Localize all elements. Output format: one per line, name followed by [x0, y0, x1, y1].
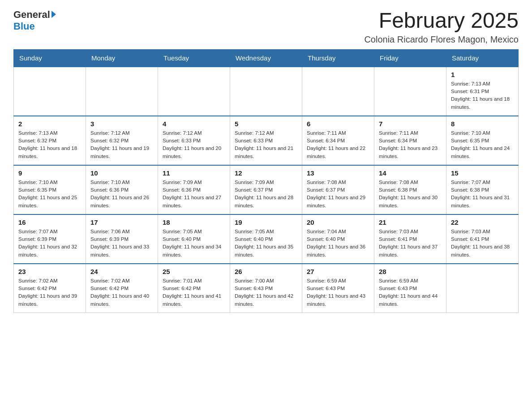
column-header-tuesday: Tuesday — [158, 49, 230, 67]
day-info: Sunrise: 7:11 AMSunset: 6:34 PMDaylight:… — [307, 129, 369, 160]
column-header-wednesday: Wednesday — [230, 49, 302, 67]
day-number: 9 — [18, 169, 81, 177]
calendar-cell — [14, 67, 86, 116]
calendar-header-row: SundayMondayTuesdayWednesdayThursdayFrid… — [14, 49, 519, 67]
logo-blue-text: Blue — [13, 21, 35, 32]
day-info: Sunrise: 7:09 AMSunset: 6:37 PMDaylight:… — [235, 179, 297, 210]
day-info: Sunrise: 7:10 AMSunset: 6:35 PMDaylight:… — [451, 129, 514, 160]
logo-text: General — [13, 9, 56, 21]
calendar-cell: 4Sunrise: 7:12 AMSunset: 6:33 PMDaylight… — [158, 116, 230, 165]
calendar-cell: 7Sunrise: 7:11 AMSunset: 6:34 PMDaylight… — [374, 116, 446, 165]
calendar-cell: 12Sunrise: 7:09 AMSunset: 6:37 PMDayligh… — [230, 165, 302, 214]
day-info: Sunrise: 7:11 AMSunset: 6:34 PMDaylight:… — [379, 129, 442, 160]
day-number: 8 — [451, 120, 514, 128]
day-info: Sunrise: 7:13 AMSunset: 6:32 PMDaylight:… — [18, 129, 81, 160]
calendar-cell: 11Sunrise: 7:09 AMSunset: 6:36 PMDayligh… — [158, 165, 230, 214]
day-number: 11 — [163, 169, 225, 177]
calendar-cell: 2Sunrise: 7:13 AMSunset: 6:32 PMDaylight… — [14, 116, 86, 165]
day-info: Sunrise: 7:07 AMSunset: 6:39 PMDaylight:… — [18, 228, 81, 259]
calendar-subtitle: Colonia Ricardo Flores Magon, Mexico — [364, 34, 519, 45]
day-info: Sunrise: 6:59 AMSunset: 6:43 PMDaylight:… — [379, 277, 442, 308]
day-number: 7 — [379, 120, 442, 128]
column-header-friday: Friday — [374, 49, 446, 67]
day-number: 27 — [307, 268, 369, 275]
day-number: 19 — [235, 218, 297, 226]
calendar-week-row: 23Sunrise: 7:02 AMSunset: 6:42 PMDayligh… — [14, 264, 519, 313]
day-number: 4 — [163, 120, 225, 128]
calendar-cell: 26Sunrise: 7:00 AMSunset: 6:43 PMDayligh… — [230, 264, 302, 313]
calendar-cell: 8Sunrise: 7:10 AMSunset: 6:35 PMDaylight… — [446, 116, 519, 165]
day-info: Sunrise: 7:04 AMSunset: 6:40 PMDaylight:… — [307, 228, 369, 259]
day-info: Sunrise: 7:06 AMSunset: 6:39 PMDaylight:… — [90, 228, 153, 259]
day-number: 5 — [235, 120, 297, 128]
column-header-monday: Monday — [86, 49, 158, 67]
day-info: Sunrise: 7:08 AMSunset: 6:37 PMDaylight:… — [307, 179, 369, 210]
calendar-cell: 17Sunrise: 7:06 AMSunset: 6:39 PMDayligh… — [86, 214, 158, 264]
day-number: 13 — [307, 169, 369, 177]
calendar-week-row: 16Sunrise: 7:07 AMSunset: 6:39 PMDayligh… — [14, 214, 519, 264]
calendar-cell: 1Sunrise: 7:13 AMSunset: 6:31 PMDaylight… — [446, 67, 519, 116]
calendar-cell: 3Sunrise: 7:12 AMSunset: 6:32 PMDaylight… — [86, 116, 158, 165]
day-number: 10 — [90, 169, 153, 177]
day-number: 20 — [307, 218, 369, 226]
page-header: General Blue February 2025 Colonia Ricar… — [13, 9, 519, 45]
day-number: 3 — [90, 120, 153, 128]
title-section: February 2025 Colonia Ricardo Flores Mag… — [364, 9, 519, 45]
day-info: Sunrise: 7:12 AMSunset: 6:32 PMDaylight:… — [90, 129, 153, 160]
day-number: 12 — [235, 169, 297, 177]
day-number: 24 — [90, 268, 153, 275]
day-info: Sunrise: 7:02 AMSunset: 6:42 PMDaylight:… — [90, 277, 153, 308]
day-info: Sunrise: 7:08 AMSunset: 6:38 PMDaylight:… — [379, 179, 442, 210]
calendar-cell: 6Sunrise: 7:11 AMSunset: 6:34 PMDaylight… — [302, 116, 374, 165]
day-number: 26 — [235, 268, 297, 275]
calendar-cell: 25Sunrise: 7:01 AMSunset: 6:42 PMDayligh… — [158, 264, 230, 313]
calendar-cell: 16Sunrise: 7:07 AMSunset: 6:39 PMDayligh… — [14, 214, 86, 264]
calendar-cell: 5Sunrise: 7:12 AMSunset: 6:33 PMDaylight… — [230, 116, 302, 165]
column-header-thursday: Thursday — [302, 49, 374, 67]
day-number: 21 — [379, 218, 442, 226]
calendar-cell — [446, 264, 519, 313]
calendar-week-row: 2Sunrise: 7:13 AMSunset: 6:32 PMDaylight… — [14, 116, 519, 165]
calendar-cell — [302, 67, 374, 116]
calendar-cell: 19Sunrise: 7:05 AMSunset: 6:40 PMDayligh… — [230, 214, 302, 264]
calendar-cell: 18Sunrise: 7:05 AMSunset: 6:40 PMDayligh… — [158, 214, 230, 264]
day-info: Sunrise: 7:13 AMSunset: 6:31 PMDaylight:… — [451, 80, 514, 111]
calendar-week-row: 9Sunrise: 7:10 AMSunset: 6:35 PMDaylight… — [14, 165, 519, 214]
logo-arrow-icon — [51, 11, 56, 18]
calendar-cell — [86, 67, 158, 116]
day-number: 22 — [451, 218, 514, 226]
calendar-cell: 9Sunrise: 7:10 AMSunset: 6:35 PMDaylight… — [14, 165, 86, 214]
calendar-cell — [374, 67, 446, 116]
day-number: 14 — [379, 169, 442, 177]
logo: General Blue — [13, 9, 56, 32]
calendar-cell: 13Sunrise: 7:08 AMSunset: 6:37 PMDayligh… — [302, 165, 374, 214]
day-info: Sunrise: 7:05 AMSunset: 6:40 PMDaylight:… — [235, 228, 297, 259]
calendar-week-row: 1Sunrise: 7:13 AMSunset: 6:31 PMDaylight… — [14, 67, 519, 116]
calendar-cell: 20Sunrise: 7:04 AMSunset: 6:40 PMDayligh… — [302, 214, 374, 264]
day-info: Sunrise: 7:02 AMSunset: 6:42 PMDaylight:… — [18, 277, 81, 308]
day-number: 2 — [18, 120, 81, 128]
day-number: 15 — [451, 169, 514, 177]
day-info: Sunrise: 7:12 AMSunset: 6:33 PMDaylight:… — [235, 129, 297, 160]
day-info: Sunrise: 7:05 AMSunset: 6:40 PMDaylight:… — [163, 228, 225, 259]
column-header-saturday: Saturday — [446, 49, 519, 67]
calendar-cell: 27Sunrise: 6:59 AMSunset: 6:43 PMDayligh… — [302, 264, 374, 313]
day-number: 23 — [18, 268, 81, 275]
day-info: Sunrise: 7:03 AMSunset: 6:41 PMDaylight:… — [379, 228, 442, 259]
calendar-cell: 24Sunrise: 7:02 AMSunset: 6:42 PMDayligh… — [86, 264, 158, 313]
day-number: 28 — [379, 268, 442, 275]
day-info: Sunrise: 6:59 AMSunset: 6:43 PMDaylight:… — [307, 277, 369, 308]
day-number: 16 — [18, 218, 81, 226]
day-info: Sunrise: 7:01 AMSunset: 6:42 PMDaylight:… — [163, 277, 225, 308]
day-number: 6 — [307, 120, 369, 128]
day-number: 1 — [451, 71, 514, 78]
calendar-cell: 23Sunrise: 7:02 AMSunset: 6:42 PMDayligh… — [14, 264, 86, 313]
day-number: 18 — [163, 218, 225, 226]
calendar-cell: 21Sunrise: 7:03 AMSunset: 6:41 PMDayligh… — [374, 214, 446, 264]
day-number: 17 — [90, 218, 153, 226]
calendar-table: SundayMondayTuesdayWednesdayThursdayFrid… — [13, 49, 519, 313]
day-info: Sunrise: 7:12 AMSunset: 6:33 PMDaylight:… — [163, 129, 225, 160]
logo-general-text: General — [13, 9, 50, 21]
calendar-cell: 14Sunrise: 7:08 AMSunset: 6:38 PMDayligh… — [374, 165, 446, 214]
calendar-cell — [230, 67, 302, 116]
